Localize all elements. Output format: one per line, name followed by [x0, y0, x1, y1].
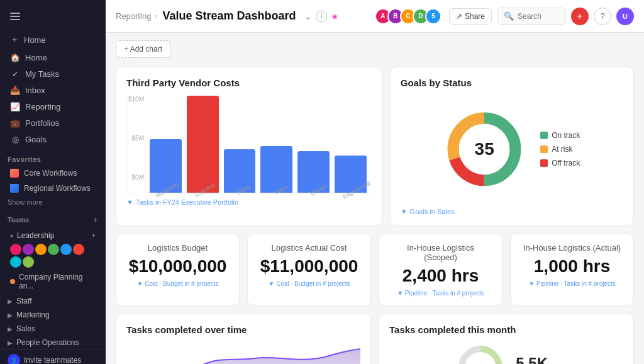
bar-chart — [126, 96, 372, 193]
chevron-down-icon: ▾ — [10, 232, 13, 239]
company-planning-label: Company Planning an... — [19, 273, 96, 290]
share-button[interactable]: ↗ Share — [449, 8, 492, 25]
metric-card: In-House Logistics (Actual) 1,000 hrs ▼ … — [510, 234, 634, 306]
sidebar-item-core-workflows[interactable]: Core Workflows — [3, 166, 103, 180]
company-dot-icon — [10, 279, 15, 284]
sidebar-item-my-tasks[interactable]: ✓My Tasks — [3, 66, 103, 82]
nav-icon: ✓ — [10, 69, 20, 79]
metric-footer[interactable]: ▼ Cost · Budget in # projects — [126, 280, 229, 287]
create-label: Home — [24, 35, 46, 45]
regional-workflows-label: Regional Workflows — [24, 184, 91, 193]
leadership-team[interactable]: ▾ Leadership + — [3, 229, 103, 242]
goals-chart-title: Goals by Status — [401, 77, 623, 88]
avatar — [23, 244, 34, 255]
teams-header: Teams + — [0, 208, 106, 227]
metric-value: $10,000,000 — [126, 256, 229, 276]
bar — [187, 96, 219, 193]
nav-icon: ◎ — [10, 135, 20, 144]
metric-label: In-House Logistics (Scoped) — [389, 243, 492, 262]
invite-icon: 👤 — [8, 354, 20, 364]
tasks-over-time-title: Tasks completed over time — [126, 324, 360, 335]
avatar — [10, 256, 21, 268]
topbar-left: Reporting › Value Stream Dashboard ⌄ i ★ — [116, 9, 339, 23]
chevron-icon: ▶ — [8, 326, 13, 333]
sidebar-item-marketing[interactable]: ▶Marketing — [0, 308, 106, 322]
bar-group — [260, 96, 292, 193]
tasks-month-title: Tasks completed this month — [389, 324, 623, 335]
sidebar: ＋ Home 🏠Home✓My Tasks📥Inbox📈Reporting💼Po… — [0, 0, 106, 364]
favorites-label: Favorites — [0, 148, 106, 166]
sidebar-item-people operations[interactable]: ▶People Operations — [0, 336, 106, 350]
nav-icon: 📈 — [10, 102, 20, 111]
user-avatar[interactable]: U — [616, 8, 634, 25]
tasks-over-time-card: Tasks completed over time — [116, 314, 371, 364]
menu-icon[interactable] — [8, 10, 98, 23]
star-icon[interactable]: ★ — [331, 11, 339, 21]
goals-chart-footer[interactable]: ▼ Goals in Sales — [401, 208, 623, 215]
metric-value: 2,400 hrs — [389, 266, 492, 286]
bar-group — [187, 96, 219, 193]
nav-icon: 💼 — [10, 118, 20, 128]
company-planning-item[interactable]: Company Planning an... — [3, 270, 103, 293]
charts-row-1: Third Party Vendor Costs $10M $5M $0M Ma… — [116, 67, 634, 226]
invite-label: Invite teammates — [24, 356, 81, 364]
goals-legend: On trackAt riskOff track — [540, 131, 580, 168]
legend-dot — [540, 132, 548, 139]
breadcrumb: Reporting › — [116, 11, 157, 21]
tasks-this-month-card: Tasks completed this month 5.5K Complete — [379, 314, 634, 364]
sidebar-item-regional-workflows[interactable]: Regional Workflows — [3, 181, 103, 195]
leadership-add-icon[interactable]: + — [91, 231, 96, 240]
donut-area: 35 On trackAt riskOff track — [401, 96, 623, 203]
nav-section: 🏠Home✓My Tasks📥Inbox📈Reporting💼Portfolio… — [0, 49, 106, 148]
create-button[interactable]: ＋ Home — [3, 31, 103, 48]
goals-status-card: Goals by Status 35 — [390, 67, 634, 226]
metric-label: In-House Logistics (Actual) — [521, 243, 623, 253]
avatar — [60, 244, 72, 255]
dashboard-content: + Add chart Third Party Vendor Costs $10… — [106, 33, 644, 364]
metric-footer[interactable]: ▼ Pipeline · Tasks in # projects — [389, 290, 492, 297]
sidebar-item-reporting[interactable]: 📈Reporting — [3, 99, 103, 115]
metric-card: In-House Logistics (Scoped) 2,400 hrs ▼ … — [379, 234, 502, 306]
chevron-icon: ▶ — [8, 339, 13, 346]
chevron-down-icon[interactable]: ⌄ — [304, 11, 312, 21]
search-input[interactable] — [518, 12, 562, 21]
metric-value: $11,000,000 — [258, 256, 360, 276]
avatar — [10, 244, 21, 255]
avatar — [48, 244, 59, 255]
sidebar-item-goals[interactable]: ◎Goals — [3, 132, 103, 147]
sidebar-item-sales[interactable]: ▶Sales — [0, 322, 106, 336]
add-button[interactable]: + — [571, 8, 589, 25]
vendor-chart-footer[interactable]: ▼ Tasks in FY24 Executive Portfolio — [126, 198, 372, 206]
add-chart-button[interactable]: + Add chart — [116, 40, 170, 58]
invite-teammates-button[interactable]: 👤 Invite teammates — [0, 350, 106, 364]
teams-add-icon[interactable]: + — [93, 215, 98, 225]
sidebar-item-inbox[interactable]: 📥Inbox — [3, 82, 103, 98]
filter-icon: ▼ — [126, 198, 133, 206]
metric-footer[interactable]: ▼ Cost · Budget in # projects — [258, 280, 360, 287]
nav-icon: 🏠 — [10, 53, 20, 62]
sidebar-item-staff[interactable]: ▶Staff — [0, 294, 106, 308]
filter-icon: ▼ — [401, 208, 408, 215]
sidebar-item-home[interactable]: 🏠Home — [3, 50, 103, 65]
share-icon: ↗ — [456, 12, 462, 21]
area-chart — [126, 343, 360, 364]
main-content: Reporting › Value Stream Dashboard ⌄ i ★… — [106, 0, 644, 364]
avatar — [23, 256, 34, 268]
metric-footer[interactable]: ▼ Pipeline · Tasks in # projects — [521, 280, 623, 287]
core-workflows-label: Core Workflows — [24, 169, 77, 178]
nav-icon: 📥 — [10, 86, 20, 95]
breadcrumb-parent[interactable]: Reporting — [116, 11, 151, 21]
metric-value: 1,000 hrs — [521, 256, 623, 276]
topbar-right: ABCD5 ↗ Share 🔍 + ? U — [375, 8, 634, 25]
info-icon[interactable]: i — [316, 11, 327, 22]
sidebar-item-portfolios[interactable]: 💼Portfolios — [3, 115, 103, 131]
bar-group — [297, 96, 330, 193]
help-icon[interactable]: ? — [594, 8, 611, 25]
leadership-label: Leadership — [17, 231, 54, 240]
show-more-link[interactable]: Show more — [0, 196, 106, 208]
bottom-charts-row: Tasks completed over time — [116, 314, 634, 364]
search-box[interactable]: 🔍 — [497, 8, 566, 25]
share-label: Share — [465, 12, 485, 21]
avatar — [35, 244, 47, 255]
chevron-icon: ▶ — [8, 298, 13, 305]
